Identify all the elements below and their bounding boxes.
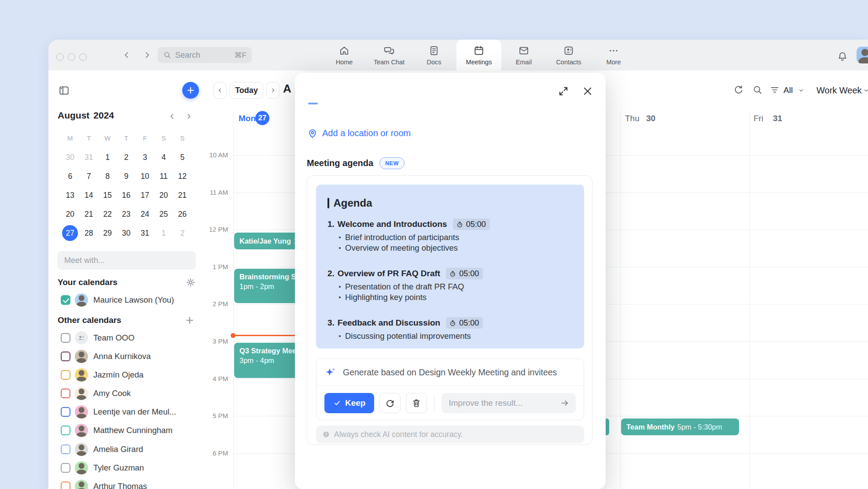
meet-with-input[interactable]: Meet with... xyxy=(57,251,196,270)
mini-calendar-prev-icon[interactable] xyxy=(168,112,177,121)
calendar-row-amelia[interactable]: Amelia Girard xyxy=(48,442,202,457)
mini-calendar-day[interactable]: 25 xyxy=(156,206,172,222)
mini-calendar-day[interactable]: 29 xyxy=(99,225,115,241)
create-event-button[interactable] xyxy=(182,82,199,99)
window-close-button[interactable] xyxy=(56,53,64,61)
calendar-row-maurice[interactable]: Maurice Lawson (You) xyxy=(48,293,202,307)
chevron-down-icon[interactable] xyxy=(863,87,868,98)
mini-calendar-day[interactable]: 15 xyxy=(99,187,115,203)
tab-team-chat[interactable]: Team Chat xyxy=(367,40,412,70)
calendar-row-arthur[interactable]: Arthur Thomas xyxy=(48,479,202,489)
calendar-checkbox[interactable] xyxy=(61,426,70,435)
mini-calendar-day[interactable]: 16 xyxy=(118,187,134,203)
tab-email[interactable]: Email xyxy=(501,40,546,70)
mini-calendar-day[interactable]: 30 xyxy=(118,225,134,241)
mini-calendar-day[interactable]: 21 xyxy=(81,206,97,222)
view-selector-dropdown[interactable]: Work Week xyxy=(817,85,862,96)
keep-button[interactable]: Keep xyxy=(324,393,374,413)
calendar-checkbox[interactable] xyxy=(61,445,70,454)
tab-contacts[interactable]: Contacts xyxy=(546,40,591,70)
search-input[interactable]: Search ⌘F xyxy=(158,47,252,63)
event-team-monthly[interactable]: Team Monthly5pm - 5:30pm xyxy=(621,419,739,435)
calendar-row-tyler[interactable]: Tyler Guzman xyxy=(48,460,202,475)
calendar-checkbox[interactable] xyxy=(61,482,70,489)
mini-calendar-day[interactable]: 8 xyxy=(99,168,115,184)
mini-calendar-day[interactable]: 10 xyxy=(137,168,153,184)
calendar-checkbox[interactable] xyxy=(61,333,70,343)
user-avatar[interactable] xyxy=(857,47,868,63)
search-calendar-icon[interactable] xyxy=(752,84,763,96)
mini-calendar-day[interactable]: 2 xyxy=(174,225,190,241)
mini-calendar-day[interactable]: 30 xyxy=(62,149,78,165)
calendar-checkbox[interactable] xyxy=(61,370,70,380)
refresh-icon[interactable] xyxy=(733,84,744,96)
prev-week-button[interactable] xyxy=(213,82,227,99)
calendar-checkbox[interactable] xyxy=(61,463,70,473)
mini-calendar-day[interactable]: 14 xyxy=(81,187,97,203)
mini-calendar-day[interactable]: 28 xyxy=(81,225,97,241)
gear-icon[interactable] xyxy=(185,277,196,288)
close-icon[interactable] xyxy=(581,85,593,97)
mini-calendar-day[interactable]: 31 xyxy=(137,225,153,241)
add-location-link[interactable]: Add a location or room xyxy=(307,127,411,139)
filter-all-dropdown[interactable]: All xyxy=(783,85,793,95)
text-cursor xyxy=(327,198,329,208)
mini-calendar-day[interactable]: 23 xyxy=(118,206,134,222)
mini-calendar-day[interactable]: 31 xyxy=(81,149,97,165)
mini-calendar-day[interactable]: 5 xyxy=(174,149,190,165)
collapse-sidebar-icon[interactable] xyxy=(58,85,70,96)
agenda-editor[interactable]: Agenda 1. Welcome and Introductions 05:0… xyxy=(316,185,584,348)
mini-calendar-day[interactable]: 12 xyxy=(174,168,190,184)
discard-button[interactable] xyxy=(406,393,427,413)
tab-meetings[interactable]: Meetings xyxy=(456,40,501,70)
mini-calendar-day[interactable]: 3 xyxy=(137,149,153,165)
nav-back-icon[interactable] xyxy=(121,50,132,60)
regenerate-button[interactable] xyxy=(379,393,401,413)
calendar-checkbox[interactable] xyxy=(61,352,70,361)
tab-more[interactable]: More xyxy=(591,40,636,70)
calendar-row-team-ooo[interactable]: Team OOO xyxy=(48,330,202,345)
add-calendar-icon[interactable] xyxy=(184,315,195,326)
submit-arrow-icon[interactable] xyxy=(560,398,570,408)
window-minimize-button[interactable] xyxy=(68,53,75,61)
mini-calendar-day[interactable]: 26 xyxy=(174,206,190,222)
mini-calendar-day[interactable]: 20 xyxy=(62,206,78,222)
mini-calendar-next-icon[interactable] xyxy=(184,112,193,121)
calendar-row-amy[interactable]: Amy Cook xyxy=(48,386,202,401)
improve-result-input[interactable]: Improve the result... xyxy=(441,393,576,413)
mini-calendar-day[interactable]: 22 xyxy=(99,206,115,222)
mini-calendar-day[interactable]: 24 xyxy=(137,206,153,222)
calendar-checkbox[interactable] xyxy=(61,407,70,417)
mini-calendar-day[interactable]: 13 xyxy=(62,187,78,203)
calendar-checkbox[interactable] xyxy=(61,389,70,398)
avatar xyxy=(75,443,88,456)
notifications-bell-icon[interactable] xyxy=(837,51,848,62)
team-chat-icon xyxy=(383,45,395,56)
mini-calendar-day[interactable]: 1 xyxy=(156,225,172,241)
mini-calendar-day[interactable]: 20 xyxy=(156,187,172,203)
mini-calendar-day[interactable]: 7 xyxy=(81,168,97,184)
expand-icon[interactable] xyxy=(557,85,570,97)
mini-calendar-day[interactable]: 21 xyxy=(174,187,190,203)
mini-calendar-day[interactable]: 2 xyxy=(118,149,134,165)
mini-calendar-day[interactable]: 1 xyxy=(99,149,115,165)
mini-calendar-day[interactable]: 4 xyxy=(156,149,172,165)
mini-calendar-day[interactable]: 9 xyxy=(118,168,134,184)
calendar-row-jazmin[interactable]: Jazmín Ojeda xyxy=(48,367,202,382)
calendar-row-matthew[interactable]: Matthew Cunningham xyxy=(48,423,202,438)
tab-home[interactable]: Home xyxy=(322,40,367,70)
mini-calendar-day[interactable]: 17 xyxy=(137,187,153,203)
chevron-down-icon[interactable] xyxy=(798,87,809,98)
calendar-row-leentje[interactable]: Leentje van der Meul... xyxy=(48,404,202,419)
calendar-checkbox[interactable] xyxy=(61,295,70,305)
mini-calendar-day[interactable]: 11 xyxy=(156,168,172,184)
mini-calendar-day[interactable]: 6 xyxy=(62,168,78,184)
mini-calendar-day[interactable]: 27 xyxy=(62,225,78,241)
calendar-row-anna[interactable]: Anna Kurnikova xyxy=(48,349,202,364)
tab-docs[interactable]: Docs xyxy=(412,40,456,70)
filter-icon[interactable] xyxy=(769,84,780,96)
nav-forward-icon[interactable] xyxy=(142,50,152,60)
window-zoom-button[interactable] xyxy=(79,53,87,61)
next-week-button[interactable] xyxy=(266,82,280,99)
today-button[interactable]: Today xyxy=(230,82,263,99)
